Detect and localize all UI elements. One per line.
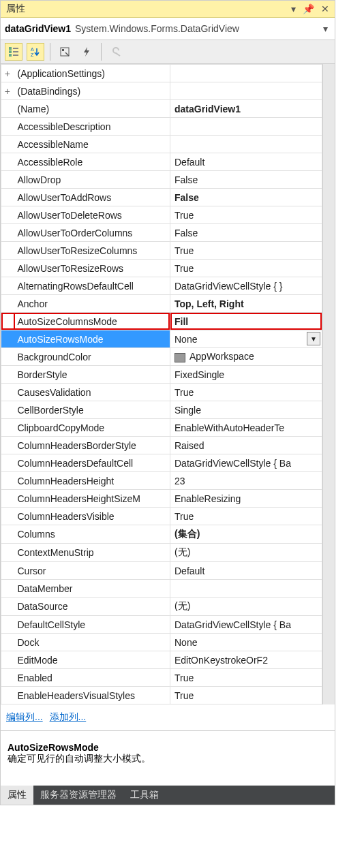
property-name[interactable]: EditMode — [14, 651, 170, 669]
property-value[interactable]: True — [170, 242, 322, 260]
categorized-button[interactable] — [5, 43, 22, 61]
property-name[interactable]: Dock — [14, 634, 170, 651]
property-name[interactable]: BorderStyle — [14, 366, 170, 384]
property-row[interactable]: CausesValidationTrue — [1, 384, 322, 401]
property-value[interactable]: EnableWithAutoHeaderTe — [170, 419, 322, 437]
property-value[interactable]: EnableResizing — [170, 490, 322, 508]
property-row[interactable]: (Name)dataGridView1 — [1, 100, 322, 118]
property-name[interactable]: ColumnHeadersDefaultCell — [14, 454, 170, 472]
property-row[interactable]: DataSource(无) — [1, 598, 322, 616]
property-value[interactable]: Default — [170, 562, 322, 580]
property-name[interactable]: BackgroundColor — [14, 348, 170, 366]
property-row[interactable]: BorderStyleFixedSingle — [1, 366, 322, 384]
property-name[interactable]: AllowUserToResizeRows — [14, 260, 170, 277]
property-name[interactable]: ClipboardCopyMode — [14, 419, 170, 437]
property-value[interactable]: True — [170, 508, 322, 525]
property-name[interactable]: (DataBindings) — [14, 82, 170, 100]
chevron-down-icon[interactable]: ▾ — [323, 23, 328, 34]
property-name[interactable]: ColumnHeadersHeight — [14, 472, 170, 490]
property-row[interactable]: AllowUserToAddRowsFalse — [1, 189, 322, 206]
property-value[interactable]: DataGridViewCellStyle { Ba — [170, 616, 322, 634]
events-button[interactable] — [78, 43, 95, 61]
expand-icon[interactable]: + — [1, 65, 14, 82]
property-value[interactable]: False — [170, 171, 322, 189]
property-name[interactable]: ColumnHeadersHeightSizeM — [14, 490, 170, 508]
property-pages-button[interactable] — [107, 43, 125, 61]
property-row[interactable]: AutoSizeRowsModeNone▼ — [1, 330, 322, 348]
property-value[interactable] — [170, 580, 322, 598]
property-value[interactable]: dataGridView1 — [170, 100, 322, 118]
property-name[interactable]: AutoSizeRowsMode — [14, 330, 170, 348]
edit-columns-link[interactable]: 编辑列... — [6, 711, 43, 722]
property-name[interactable]: Enabled — [14, 669, 170, 687]
property-name[interactable]: AlternatingRowsDefaultCell — [14, 277, 170, 295]
property-row[interactable]: EnableHeadersVisualStylesTrue — [1, 687, 322, 704]
property-row[interactable]: DefaultCellStyleDataGridViewCellStyle { … — [1, 616, 322, 634]
add-column-link[interactable]: 添加列... — [50, 711, 87, 722]
property-value[interactable]: (无) — [170, 598, 322, 616]
dropdown-icon[interactable]: ▾ — [291, 3, 296, 14]
property-name[interactable]: ColumnHeadersVisible — [14, 508, 170, 525]
property-value[interactable]: AppWorkspace — [170, 348, 322, 366]
property-row[interactable]: AccessibleDescription — [1, 118, 322, 136]
property-value[interactable]: None▼ — [170, 330, 322, 348]
property-name[interactable]: CausesValidation — [14, 384, 170, 401]
property-row[interactable]: +(DataBindings) — [1, 82, 322, 100]
property-value[interactable]: True — [170, 206, 322, 224]
property-value[interactable]: DataGridViewCellStyle { } — [170, 277, 322, 295]
property-row[interactable]: ClipboardCopyModeEnableWithAutoHeaderTe — [1, 419, 322, 437]
property-value[interactable] — [170, 118, 322, 136]
property-row[interactable]: ColumnHeadersBorderStyleRaised — [1, 437, 322, 454]
property-value[interactable]: DataGridViewCellStyle { Ba — [170, 454, 322, 472]
property-value[interactable]: (集合) — [170, 525, 322, 544]
property-name[interactable]: ColumnHeadersBorderStyle — [14, 437, 170, 454]
property-value[interactable]: Raised — [170, 437, 322, 454]
pin-icon[interactable]: 📌 — [303, 3, 314, 14]
property-name[interactable]: Columns — [14, 525, 170, 544]
property-row[interactable]: AllowUserToDeleteRowsTrue — [1, 206, 322, 224]
property-value[interactable]: (无) — [170, 544, 322, 562]
property-row[interactable]: ColumnHeadersHeight23 — [1, 472, 322, 490]
property-row[interactable]: ColumnHeadersVisibleTrue — [1, 508, 322, 525]
expand-icon[interactable]: + — [1, 82, 14, 100]
property-value[interactable]: Single — [170, 401, 322, 419]
property-row[interactable]: ColumnHeadersHeightSizeMEnableResizing — [1, 490, 322, 508]
property-row[interactable]: ColumnHeadersDefaultCellDataGridViewCell… — [1, 454, 322, 472]
property-name[interactable]: DataSource — [14, 598, 170, 616]
property-row[interactable]: AutoSizeColumnsModeFill — [1, 313, 322, 330]
tab-properties[interactable]: 属性 — [1, 786, 33, 805]
vertical-scrollbar[interactable] — [322, 64, 335, 704]
close-icon[interactable]: ✕ — [321, 3, 329, 14]
property-value[interactable] — [170, 65, 322, 82]
property-value[interactable] — [170, 82, 322, 100]
property-name[interactable]: EnableHeadersVisualStyles — [14, 687, 170, 704]
property-row[interactable]: AccessibleName — [1, 136, 322, 153]
property-row[interactable]: AllowUserToOrderColumnsFalse — [1, 224, 322, 242]
property-value[interactable]: EditOnKeystrokeOrF2 — [170, 651, 322, 669]
property-name[interactable]: DataMember — [14, 580, 170, 598]
property-name[interactable]: (ApplicationSettings) — [14, 65, 170, 82]
property-value[interactable] — [170, 136, 322, 153]
alphabetical-button[interactable]: AZ — [27, 43, 44, 61]
property-name[interactable]: DefaultCellStyle — [14, 616, 170, 634]
property-name[interactable]: AllowDrop — [14, 171, 170, 189]
tab-toolbox[interactable]: 工具箱 — [123, 786, 166, 805]
property-value[interactable]: True — [170, 669, 322, 687]
property-row[interactable]: CellBorderStyleSingle — [1, 401, 322, 419]
property-value[interactable]: True — [170, 384, 322, 401]
property-grid[interactable]: +(ApplicationSettings)+(DataBindings)(Na… — [1, 64, 322, 704]
property-row[interactable]: EnabledTrue — [1, 669, 322, 687]
properties-button[interactable] — [56, 43, 74, 61]
property-row[interactable]: DockNone — [1, 634, 322, 651]
property-name[interactable]: AllowUserToAddRows — [14, 189, 170, 206]
property-row[interactable]: AnchorTop, Left, Right — [1, 295, 322, 313]
property-value[interactable]: 23 — [170, 472, 322, 490]
tab-server-explorer[interactable]: 服务器资源管理器 — [33, 786, 123, 805]
property-value[interactable]: False — [170, 224, 322, 242]
property-value[interactable]: True — [170, 260, 322, 277]
property-name[interactable]: ContextMenuStrip — [14, 544, 170, 562]
property-name[interactable]: AccessibleName — [14, 136, 170, 153]
property-value[interactable]: True — [170, 687, 322, 704]
property-row[interactable]: AllowUserToResizeColumnsTrue — [1, 242, 322, 260]
property-row[interactable]: AllowDropFalse — [1, 171, 322, 189]
